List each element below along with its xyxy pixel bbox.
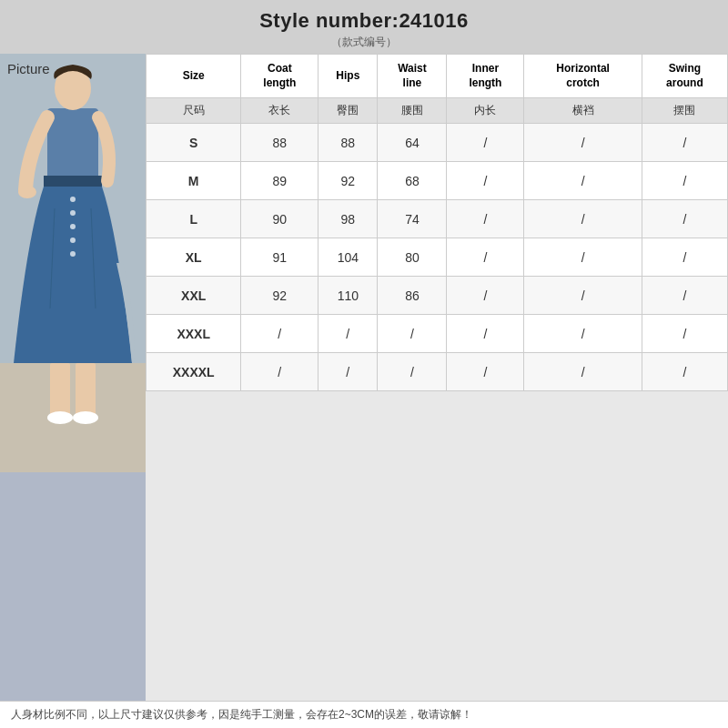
table-header-en: Size Coatlength Hips Waistline Innerleng… [147, 55, 728, 98]
measurement-cell: 92 [241, 277, 318, 315]
measurement-cell: / [241, 315, 318, 353]
svg-point-5 [70, 210, 76, 216]
measurement-cell: / [524, 353, 642, 391]
measurement-cell: / [642, 124, 727, 162]
size-table: Size Coatlength Hips Waistline Innerleng… [146, 54, 728, 391]
col-header-swing-around: Swingaround [642, 55, 727, 98]
product-image-container: Picture [0, 54, 146, 701]
col-cn-coat-length: 衣长 [241, 98, 318, 124]
measurement-cell: 88 [241, 124, 318, 162]
col-cn-inner-length: 内长 [447, 98, 524, 124]
measurement-cell: / [524, 162, 642, 200]
footer-note: 人身材比例不同，以上尺寸建议仅供参考，因是纯手工测量，会存在2~3CM的误差，敬… [0, 701, 728, 728]
measurement-cell: / [524, 277, 642, 315]
measurement-cell: / [378, 315, 447, 353]
content-area: Picture [0, 54, 728, 701]
measurement-cell: / [642, 277, 727, 315]
measurement-cell: / [447, 124, 524, 162]
col-header-waist-line: Waistline [378, 55, 447, 98]
table-row: M899268/// [147, 162, 728, 200]
page-container: Style number:241016 （款式编号） Picture [0, 0, 728, 728]
measurement-cell: / [318, 315, 378, 353]
sub-title: （款式编号） [0, 35, 728, 50]
table-row: XL9110480/// [147, 238, 728, 277]
col-cn-size: 尺码 [147, 98, 241, 124]
table-header-cn: 尺码 衣长 臀围 腰围 内长 横裆 摆围 [147, 98, 728, 124]
svg-point-8 [70, 251, 76, 257]
measurement-cell: / [642, 162, 727, 200]
measurement-cell: / [447, 162, 524, 200]
table-row: XXXL////// [147, 315, 728, 353]
table-row: XXXXL////// [147, 353, 728, 391]
size-cell: L [147, 200, 241, 238]
col-cn-horizontal-crotch: 横裆 [524, 98, 642, 124]
measurement-cell: / [642, 353, 727, 391]
size-table-container: Size Coatlength Hips Waistline Innerleng… [146, 54, 728, 701]
measurement-cell: / [378, 353, 447, 391]
measurement-cell: / [642, 238, 727, 277]
size-cell: S [147, 124, 241, 162]
col-cn-waist-line: 腰围 [378, 98, 447, 124]
svg-point-4 [70, 197, 76, 202]
measurement-cell: / [447, 200, 524, 238]
svg-rect-3 [44, 176, 102, 187]
product-image [0, 54, 146, 472]
measurement-cell: / [447, 353, 524, 391]
measurement-cell: 91 [241, 238, 318, 277]
svg-point-11 [18, 186, 36, 198]
measurement-cell: / [642, 200, 727, 238]
svg-point-6 [70, 224, 76, 229]
measurement-cell: / [524, 238, 642, 277]
size-cell: XXXL [147, 315, 241, 353]
measurement-cell: / [318, 353, 378, 391]
measurement-cell: 89 [241, 162, 318, 200]
size-cell: M [147, 162, 241, 200]
col-header-inner-length: Innerlength [447, 55, 524, 98]
measurement-cell: / [524, 124, 642, 162]
measurement-cell: / [447, 238, 524, 277]
measurement-cell: 92 [318, 162, 378, 200]
col-cn-hips: 臀围 [318, 98, 378, 124]
measurement-cell: 104 [318, 238, 378, 277]
measurement-cell: 64 [378, 124, 447, 162]
measurement-cell: / [447, 277, 524, 315]
size-cell: XXXXL [147, 353, 241, 391]
col-header-hips: Hips [318, 55, 378, 98]
title-section: Style number:241016 （款式编号） [0, 0, 728, 54]
measurement-cell: / [524, 200, 642, 238]
measurement-cell: / [524, 315, 642, 353]
picture-label: Picture [7, 61, 50, 76]
table-body: S888864///M899268///L909874///XL9110480/… [147, 124, 728, 391]
table-row: S888864/// [147, 124, 728, 162]
svg-rect-13 [50, 363, 70, 418]
svg-point-16 [73, 411, 98, 424]
measurement-cell: / [642, 315, 727, 353]
measurement-cell: / [241, 353, 318, 391]
col-header-coat-length: Coatlength [241, 55, 318, 98]
measurement-cell: 86 [378, 277, 447, 315]
col-header-horizontal-crotch: Horizontalcrotch [524, 55, 642, 98]
measurement-cell: 90 [241, 200, 318, 238]
main-title: Style number:241016 [0, 9, 728, 33]
measurement-cell: 74 [378, 200, 447, 238]
size-cell: XL [147, 238, 241, 277]
svg-point-7 [70, 238, 76, 243]
size-cell: XXL [147, 277, 241, 315]
svg-rect-2 [47, 108, 98, 181]
svg-rect-14 [76, 363, 96, 418]
measurement-cell: 98 [318, 200, 378, 238]
col-cn-swing-around: 摆围 [642, 98, 727, 124]
measurement-cell: 110 [318, 277, 378, 315]
table-row: XXL9211086/// [147, 277, 728, 315]
col-header-size: Size [147, 55, 241, 98]
measurement-cell: / [447, 315, 524, 353]
table-row: L909874/// [147, 200, 728, 238]
measurement-cell: 88 [318, 124, 378, 162]
measurement-cell: 80 [378, 238, 447, 277]
measurement-cell: 68 [378, 162, 447, 200]
svg-point-15 [47, 411, 73, 424]
